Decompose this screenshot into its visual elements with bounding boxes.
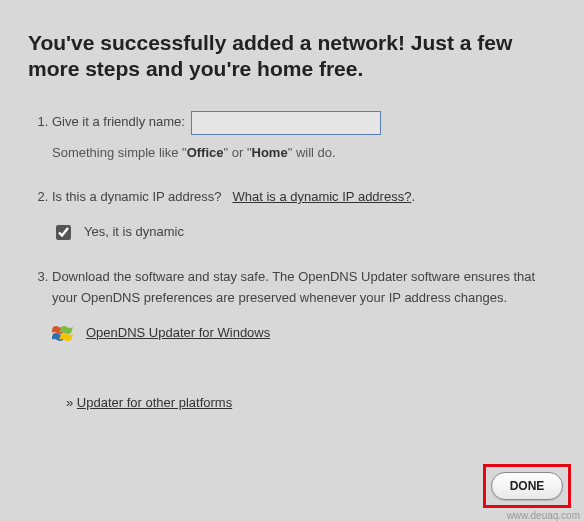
dynamic-checkbox[interactable]: [56, 225, 71, 240]
hint-example-2: Home: [252, 145, 288, 160]
page-title: You've successfully added a network! Jus…: [28, 30, 556, 83]
dynamic-ip-help-link[interactable]: What is a dynamic IP address?: [232, 189, 411, 204]
step1-hint: Something simple like "Office" or "Home"…: [52, 143, 556, 164]
windows-updater-link[interactable]: OpenDNS Updater for Windows: [86, 323, 270, 344]
step2-question: Is this a dynamic IP address?: [52, 189, 222, 204]
hint-text: Something simple like ": [52, 145, 187, 160]
other-platforms-link[interactable]: Updater for other platforms: [77, 395, 232, 410]
hint-text: " or ": [224, 145, 252, 160]
step-2: Is this a dynamic IP address? What is a …: [52, 187, 556, 243]
caret-icon: »: [66, 395, 77, 410]
friendly-name-input[interactable]: [191, 111, 381, 135]
step-3: Download the software and stay safe. The…: [52, 267, 556, 345]
steps-list: Give it a friendly name: Something simpl…: [28, 111, 556, 345]
hint-text: " will do.: [288, 145, 336, 160]
done-highlight-box: DONE: [483, 464, 571, 508]
step-1: Give it a friendly name: Something simpl…: [52, 111, 556, 164]
hint-example-1: Office: [187, 145, 224, 160]
step1-label: Give it a friendly name:: [52, 112, 185, 133]
windows-logo-icon: [52, 323, 74, 345]
step3-body: Download the software and stay safe. The…: [52, 269, 535, 305]
watermark: www.deuaq.com: [507, 510, 580, 521]
setup-panel: You've successfully added a network! Jus…: [0, 0, 584, 521]
other-platforms-row: » Updater for other platforms: [66, 395, 556, 410]
step2-tail: .: [411, 189, 415, 204]
dynamic-checkbox-label: Yes, it is dynamic: [84, 222, 184, 243]
done-button[interactable]: DONE: [491, 472, 563, 500]
